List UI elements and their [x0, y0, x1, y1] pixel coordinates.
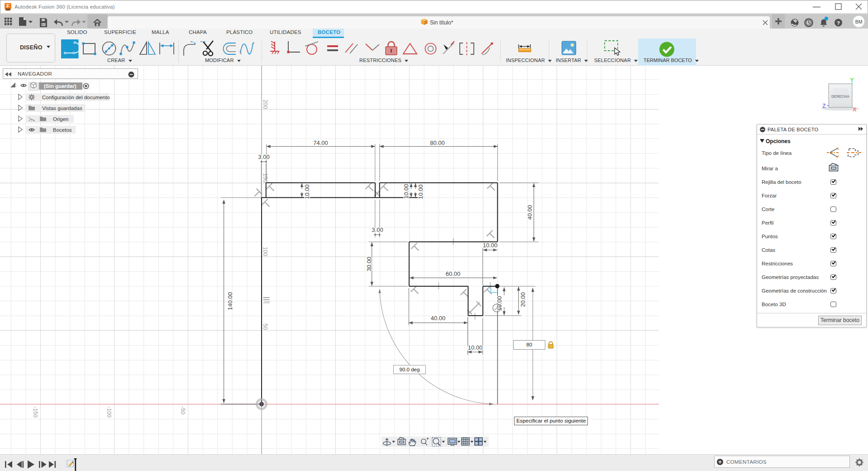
svg-text:BM: BM — [855, 19, 863, 24]
svg-text:10.00: 10.00 — [483, 242, 498, 249]
svg-text:Z: Z — [822, 102, 826, 109]
svg-text:-50: -50 — [180, 406, 186, 414]
svg-text:3.00: 3.00 — [258, 154, 269, 160]
svg-text:100: 100 — [262, 247, 268, 256]
svg-text:10.00: 10.00 — [468, 344, 483, 351]
svg-text:50: 50 — [262, 323, 268, 330]
svg-text:10.00: 10.00 — [304, 184, 310, 199]
svg-text:10.00: 10.00 — [496, 296, 503, 311]
svg-text:X: X — [853, 106, 857, 113]
svg-text:140.00: 140.00 — [227, 292, 234, 310]
svg-text:40.00: 40.00 — [526, 205, 533, 220]
svg-text:-100: -100 — [106, 406, 112, 418]
svg-text:10.00: 10.00 — [417, 184, 424, 199]
svg-text:20.00: 20.00 — [520, 292, 526, 307]
svg-text:(Sin guardar): (Sin guardar) — [44, 83, 76, 89]
svg-text:Bocetos: Bocetos — [53, 127, 72, 133]
svg-text:40.00: 40.00 — [431, 315, 446, 322]
svg-text:DERECHA: DERECHA — [831, 94, 849, 99]
svg-text:Configuración del documento: Configuración del documento — [42, 95, 110, 100]
svg-text:Origen: Origen — [53, 116, 69, 122]
svg-text:-150: -150 — [32, 406, 38, 418]
svg-text:10.00: 10.00 — [403, 184, 410, 199]
svg-text:F: F — [6, 4, 9, 9]
svg-text:60.00: 60.00 — [446, 270, 461, 277]
svg-text:74.00: 74.00 — [313, 139, 328, 146]
svg-text:3.00: 3.00 — [372, 226, 383, 233]
svg-text:200: 200 — [262, 100, 268, 109]
svg-text:Y: Y — [850, 77, 854, 83]
svg-text:?: ? — [837, 20, 840, 26]
svg-text:80.00: 80.00 — [430, 139, 445, 146]
svg-text:30.00: 30.00 — [366, 257, 372, 272]
svg-text:Vistas guardadas: Vistas guardadas — [42, 106, 82, 111]
svg-text:150: 150 — [262, 173, 268, 183]
